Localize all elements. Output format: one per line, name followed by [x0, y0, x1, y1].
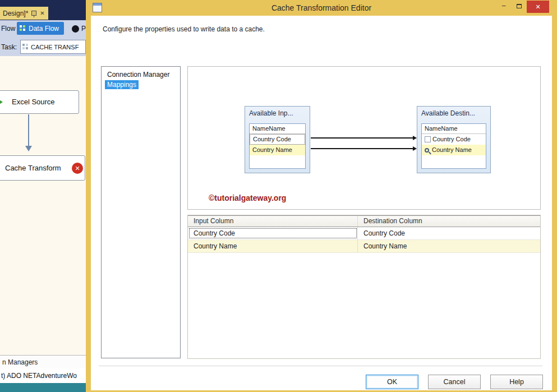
nav-item-connection-manager[interactable]: Connection Manager [105, 70, 172, 79]
input-column-header: Input Column [188, 216, 358, 227]
cache-transform-label: Cache Transform [5, 164, 61, 172]
data-flow-icon [20, 25, 26, 31]
tab-data-flow[interactable]: Data Flow [17, 22, 64, 35]
help-button[interactable]: Help [490, 375, 543, 389]
data-flow-design-surface: Excel Source Cache Transform ✕ [0, 56, 86, 355]
dialog-description: Configure the properties used to write d… [103, 25, 265, 33]
destination-cell[interactable]: Country Name [358, 240, 540, 252]
input-box-title: Available Inp... [245, 107, 310, 117]
cancel-button[interactable]: Cancel [428, 375, 481, 389]
task-value: CACHE TRANSF [31, 44, 79, 50]
visual-studio-background: Design]* ✕ Flow Data Flow P Task: CACHE … [0, 0, 86, 392]
design-tab[interactable]: Design]* ✕ [0, 7, 48, 20]
nav-item-mappings[interactable]: Mappings [105, 80, 139, 89]
dest-row-country-code[interactable]: Country Code [422, 134, 486, 145]
maximize-button[interactable] [513, 1, 524, 13]
available-input-columns-box[interactable]: Available Inp... NameName Country Code C… [245, 106, 310, 173]
parameters-icon[interactable] [72, 25, 79, 33]
destination-cell[interactable]: Country Code [358, 227, 540, 239]
task-dropdown[interactable]: CACHE TRANSF [20, 40, 86, 54]
watermark: ©tutorialgateway.org [209, 193, 286, 202]
parameters-label[interactable]: P [81, 25, 86, 33]
data-path-connector[interactable] [28, 114, 29, 146]
maximize-icon [517, 4, 522, 8]
designer-tab-bar: Flow Data Flow P [0, 20, 86, 38]
control-flow-label[interactable]: Flow [1, 25, 15, 33]
input-cell[interactable]: Country Name [188, 240, 358, 252]
dest-row-label: Country Code [432, 135, 471, 144]
editor-page-list: Connection Manager Mappings [101, 66, 181, 358]
magnifier-icon [425, 148, 429, 153]
dialog-title: Cache Transformation Editor [86, 0, 557, 16]
dialog-body: Configure the properties used to write d… [91, 16, 552, 390]
data-path-arrowhead-icon [25, 146, 32, 151]
table-row: Country Name Country Name [188, 240, 540, 253]
ok-button[interactable]: OK [366, 375, 418, 389]
input-name-header: NameName [250, 124, 305, 134]
excel-source-label: Excel Source [12, 98, 55, 106]
input-row-country-name[interactable]: Country Name [250, 145, 305, 155]
connection-managers-header[interactable]: n Managers [0, 355, 86, 368]
task-label: Task: [1, 43, 17, 51]
connection-manager-item[interactable]: t) ADO NETAdventureWo [0, 368, 86, 383]
checkbox-icon[interactable] [425, 136, 431, 142]
dialog-titlebar[interactable]: Cache Transformation Editor – ✕ [86, 0, 557, 16]
destination-column-header: Destination Column [358, 216, 540, 227]
destination-column-list: NameName Country Code Country Name [421, 123, 486, 169]
data-flow-label: Data Flow [29, 25, 59, 33]
excel-source-shape[interactable]: Excel Source [0, 90, 79, 114]
minimize-button[interactable]: – [498, 1, 509, 13]
error-icon: ✕ [72, 163, 83, 174]
cache-transform-shape[interactable]: Cache Transform ✕ [0, 155, 85, 181]
status-bar [0, 383, 86, 392]
input-row-country-code[interactable]: Country Code [250, 134, 305, 145]
dest-row-country-name[interactable]: Country Name [422, 145, 486, 155]
task-icon [22, 44, 29, 50]
data-flow-task-row: Task: CACHE TRANSF [0, 38, 86, 56]
input-column-list: NameName Country Code Country Name [249, 123, 306, 169]
input-row-label: Country Code [253, 135, 291, 144]
connection-manager-item-label: t) ADO NETAdventureWo [1, 372, 77, 380]
table-row: Country Code Country Code [188, 227, 540, 240]
mapping-table-header: Input Column Destination Column [188, 215, 540, 227]
pin-icon[interactable] [31, 11, 36, 16]
close-button[interactable]: ✕ [527, 1, 549, 13]
design-tab-label: Design]* [3, 10, 28, 17]
arrowhead-icon [413, 146, 417, 151]
source-arrow-icon [0, 98, 3, 106]
mapping-table: Input Column Destination Column Country … [187, 215, 541, 359]
footer-divider [99, 366, 542, 366]
cache-transformation-editor-dialog: Cache Transformation Editor – ✕ Configur… [86, 0, 557, 392]
dest-row-label: Country Name [432, 145, 472, 155]
mapping-canvas: Available Inp... NameName Country Code C… [187, 66, 541, 210]
tab-close-icon[interactable]: ✕ [40, 11, 44, 16]
mapping-arrow-country-name[interactable] [311, 148, 413, 149]
available-destination-columns-box[interactable]: Available Destin... NameName Country Cod… [417, 106, 491, 173]
input-row-label: Country Name [252, 145, 292, 155]
screen: Design]* ✕ Flow Data Flow P Task: CACHE … [0, 0, 557, 392]
dest-name-header: NameName [422, 124, 486, 134]
mapping-arrow-country-code[interactable] [311, 137, 413, 139]
connection-managers-label: n Managers [2, 358, 38, 366]
arrowhead-icon [413, 136, 417, 140]
input-cell[interactable]: Country Code [188, 227, 358, 239]
dest-box-title: Available Destin... [417, 107, 490, 117]
